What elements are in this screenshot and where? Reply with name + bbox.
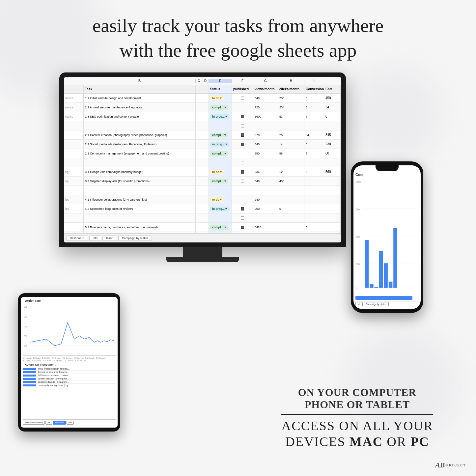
logo-icon: AB — [435, 461, 445, 469]
monitor: B C D E F G H I Task Status published — [59, 72, 346, 267]
phone-chart-title: Cost — [355, 173, 419, 177]
roi-item: community management (eng... — [23, 384, 116, 387]
cell-c — [196, 140, 202, 149]
roi-item: SEO optimization and content... — [23, 374, 116, 377]
cell-published — [232, 140, 253, 149]
cell-c — [196, 103, 202, 112]
svg-text:750: 750 — [356, 208, 360, 211]
cell-d — [202, 223, 209, 232]
cell-cost — [324, 223, 341, 232]
logo-label: PROJECT — [446, 463, 466, 467]
cell-cat — [64, 149, 84, 158]
cell-status — [209, 158, 232, 167]
cell-status: compl... ▾ — [209, 177, 232, 185]
header-task: Task — [84, 85, 196, 93]
tablet: - vertion rate 0% 0% 0% 0% 0% — [18, 293, 120, 432]
cell-cost: 34 — [324, 103, 341, 112]
cell-conv — [304, 158, 324, 167]
cell-task — [84, 213, 196, 222]
cell-published — [232, 195, 253, 204]
tablet-tab[interactable]: instruction and setup — [23, 421, 45, 425]
cell-views: 340 — [253, 94, 278, 102]
cell-cat — [64, 121, 84, 130]
cell-task: 2.2 Social media ads (Instagram, Faceboo… — [84, 140, 196, 149]
svg-rect-20 — [365, 240, 369, 288]
cell-clicks — [278, 223, 304, 232]
cell-views: 5420 — [253, 223, 278, 232]
cell-task: 2.1 Content creation (photography, video… — [84, 130, 196, 139]
cell-c — [196, 158, 202, 167]
cell-clicks — [278, 195, 304, 204]
on-your-computer-text: ON YOUR COMPUTER — [281, 386, 433, 399]
cell-status: in prog... ▾ — [209, 112, 232, 121]
tablet-chart-title: - vertion rate — [23, 299, 116, 302]
table-row — [64, 213, 341, 223]
cell-cat: ips — [64, 204, 84, 213]
tablet-tab[interactable]: list — [45, 421, 52, 425]
sheet-tab[interactable]: info — [89, 236, 101, 241]
cell-views: 540 — [253, 177, 278, 185]
cell-status: compl... ▾ — [209, 130, 232, 139]
table-row: ng 3.1 Google Ads campaigns (monthly bud… — [64, 167, 341, 177]
cell-published — [232, 112, 253, 121]
cell-status — [209, 121, 232, 130]
cell-views: 650 — [253, 149, 278, 158]
cell-cat: ips — [64, 195, 84, 204]
col-c: C — [196, 79, 202, 83]
cell-published — [232, 186, 253, 195]
table-row: 2.2 Social media ads (Instagram, Faceboo… — [64, 140, 341, 149]
col-b: B — [84, 79, 196, 83]
table-row: ips 4.1 Influencer collaborations (2–4 p… — [64, 195, 341, 204]
cell-status: compl... ▾ — [209, 103, 232, 112]
table-row: 2.3 Community management (engagement and… — [64, 149, 341, 158]
sheet-tab[interactable]: dashboard — [67, 236, 88, 241]
cell-cost — [324, 213, 341, 222]
cell-cat: nance — [64, 112, 84, 121]
table-row: 2.1 Content creation (photography, video… — [64, 130, 341, 140]
tablet-tab[interactable]: dashboard — [53, 421, 66, 425]
col-e: E — [209, 79, 232, 83]
sheet-tab[interactable]: Campaign by status — [118, 236, 152, 241]
col-h: H — [278, 79, 304, 83]
cell-views — [253, 121, 278, 130]
cell-c — [196, 149, 202, 158]
cell-c — [196, 223, 202, 232]
sheet-tab[interactable]: Gantt — [102, 236, 117, 241]
table-row: 5.1 Business cards, brochures, and other… — [64, 223, 341, 232]
cell-task: 3.2 Targeted display ads (for specific p… — [84, 177, 196, 185]
svg-rect-26 — [393, 228, 397, 288]
cell-status: compl... ▾ — [209, 223, 232, 232]
cell-clicks: 25 — [278, 130, 304, 139]
svg-text:0: 0 — [356, 287, 357, 290]
cell-status: to do ▾ — [209, 195, 232, 204]
cell-clicks: 450 — [278, 177, 304, 185]
svg-text:0%: 0% — [24, 306, 27, 308]
cell-cat — [64, 140, 84, 149]
divider — [281, 414, 433, 415]
cell-clicks: 56 — [278, 149, 304, 158]
cell-clicks — [278, 158, 304, 167]
svg-text:0%: 0% — [24, 335, 27, 337]
cell-cost — [324, 204, 341, 213]
roi-item: social media ads (Instagram... — [23, 380, 116, 384]
access-text: ACCESS ON ALL YOUR — [281, 418, 433, 434]
svg-text:0%: 0% — [24, 325, 27, 328]
tablet-tab[interactable]: info — [67, 421, 74, 425]
cell-cat: nance — [64, 103, 84, 112]
cell-status — [209, 186, 232, 195]
logo: AB PROJECT — [435, 461, 466, 469]
cell-d — [202, 112, 209, 121]
cell-task: 3.1 Google Ads campaigns (monthly budget… — [84, 167, 196, 176]
phone-tab[interactable]: Campaign by status — [364, 302, 389, 306]
phone-tab[interactable]: att — [355, 302, 363, 306]
svg-text:0%: 0% — [24, 316, 27, 318]
cell-clicks — [278, 213, 304, 222]
cell-views — [253, 158, 278, 167]
cell-published — [232, 213, 253, 222]
cell-conv: 5 — [304, 94, 324, 102]
table-row: nance 1.1 Initial website design and dev… — [64, 94, 341, 103]
cell-cost — [324, 158, 341, 167]
cell-views — [253, 213, 278, 222]
cell-task — [84, 158, 196, 167]
roi-item: content creation (photograph... — [23, 377, 116, 380]
